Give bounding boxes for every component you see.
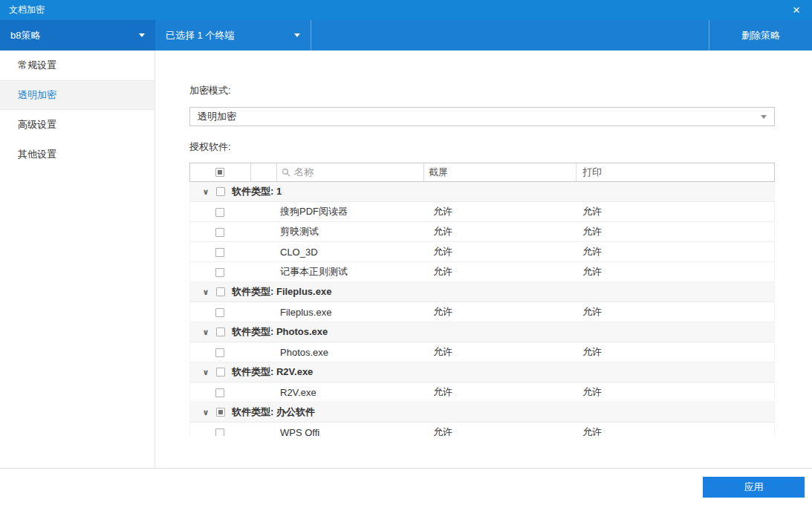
column-header-blank [251, 163, 277, 181]
screenshot-permission[interactable]: 允许 [424, 345, 576, 359]
software-name: Fileplus.exe [277, 307, 424, 318]
group-checkbox[interactable] [216, 287, 225, 296]
table-body: ∨软件类型: 1搜狗PDF阅读器允许允许剪映测试允许允许CLO_3D允许允许记事… [189, 182, 775, 436]
row-checkbox[interactable] [215, 208, 224, 217]
print-permission[interactable]: 允许 [576, 265, 774, 278]
sidebar-item-1[interactable]: 透明加密 [0, 80, 155, 110]
header-checkbox[interactable] [215, 168, 224, 177]
group-expander-icon[interactable]: ∨ [201, 187, 210, 197]
policy-selector[interactable]: b8策略 [0, 20, 155, 50]
row-checkbox-cell [190, 267, 251, 278]
print-permission[interactable]: 允许 [576, 345, 774, 359]
group-row[interactable]: ∨软件类型: 1 [190, 182, 774, 202]
software-name: 搜狗PDF阅读器 [277, 205, 424, 218]
row-checkbox[interactable] [215, 268, 224, 277]
group-row[interactable]: ∨软件类型: Photos.exe [190, 322, 774, 342]
screenshot-permission[interactable]: 允许 [424, 265, 576, 278]
column-header-print: 打印 [576, 163, 774, 181]
software-row: 记事本正则测试允许允许 [190, 262, 774, 282]
row-checkbox-cell [190, 206, 251, 218]
table-header: 名称 截屏 打印 [189, 163, 775, 182]
group-expander-icon[interactable]: ∨ [201, 368, 210, 377]
print-permission[interactable]: 允许 [576, 305, 774, 319]
toolbar-spacer [311, 20, 709, 50]
screenshot-permission[interactable]: 允许 [424, 426, 576, 436]
print-permission[interactable]: 允许 [576, 205, 774, 218]
screenshot-permission[interactable]: 允许 [424, 225, 576, 238]
authorized-software-label: 授权软件: [189, 140, 775, 154]
group-row[interactable]: ∨软件类型: R2V.exe [190, 362, 774, 382]
software-row: R2V.exe允许允许 [190, 382, 774, 403]
terminal-selector[interactable]: 已选择 1 个终端 [155, 20, 311, 50]
delete-policy-button[interactable]: 删除策略 [709, 20, 812, 50]
row-checkbox-cell [190, 427, 251, 437]
software-name: 剪映测试 [277, 225, 424, 238]
software-name: 记事本正则测试 [277, 265, 424, 278]
screenshot-permission[interactable]: 允许 [424, 305, 576, 319]
group-checkbox[interactable] [216, 328, 225, 336]
software-row: 剪映测试允许允许 [190, 222, 774, 242]
software-name: Photos.exe [277, 347, 424, 358]
group-checkbox[interactable] [216, 408, 225, 417]
group-expander-icon[interactable]: ∨ [201, 408, 210, 417]
group-checkbox[interactable] [216, 368, 225, 377]
group-row[interactable]: ∨软件类型: Fileplus.exe [190, 282, 774, 302]
sidebar-item-label: 其他设置 [18, 148, 56, 161]
terminal-selector-label: 已选择 1 个终端 [166, 29, 234, 42]
encryption-mode-value: 透明加密 [198, 110, 236, 123]
search-icon [282, 168, 290, 177]
software-row: Photos.exe允许允许 [190, 342, 774, 362]
row-checkbox[interactable] [215, 429, 224, 436]
encryption-mode-label: 加密模式: [189, 84, 775, 97]
sidebar-item-3[interactable]: 其他设置 [0, 140, 155, 169]
group-label: 软件类型: Fileplus.exe [232, 285, 331, 299]
sidebar: 常规设置透明加密高级设置其他设置 [0, 50, 155, 468]
print-permission[interactable]: 允许 [576, 245, 774, 258]
screenshot-permission[interactable]: 允许 [424, 245, 576, 258]
chevron-down-icon [294, 33, 300, 37]
sidebar-item-label: 高级设置 [18, 118, 56, 131]
row-checkbox-cell [190, 347, 251, 358]
software-table: 名称 截屏 打印 ∨软件类型: 1搜狗PDF阅读器允许允许剪映测试允许允许CLO… [189, 163, 775, 436]
group-label: 软件类型: R2V.exe [232, 365, 313, 379]
close-icon[interactable]: × [790, 4, 803, 16]
row-checkbox[interactable] [215, 308, 224, 317]
software-row: CLO_3D允许允许 [190, 242, 774, 262]
software-row: 搜狗PDF阅读器允许允许 [190, 202, 774, 222]
encryption-mode-select[interactable]: 透明加密 [189, 107, 775, 126]
row-checkbox-cell [190, 387, 251, 398]
group-row[interactable]: ∨软件类型: 办公软件 [190, 403, 774, 423]
group-expander-icon[interactable]: ∨ [201, 287, 210, 297]
row-checkbox-cell [190, 227, 251, 238]
row-checkbox[interactable] [215, 228, 224, 237]
screenshot-permission[interactable]: 允许 [424, 385, 576, 399]
apply-button[interactable]: 应用 [703, 477, 805, 498]
print-permission[interactable]: 允许 [576, 426, 774, 436]
row-checkbox[interactable] [215, 388, 224, 397]
group-expander-icon[interactable]: ∨ [201, 328, 210, 337]
group-label: 软件类型: 1 [232, 185, 282, 198]
software-name: R2V.exe [277, 387, 424, 398]
footer: 应用 [0, 468, 812, 505]
row-checkbox-cell [190, 307, 251, 318]
delete-policy-label: 删除策略 [741, 29, 780, 42]
chevron-down-icon [139, 33, 145, 37]
group-checkbox[interactable] [216, 187, 225, 196]
sidebar-item-label: 常规设置 [18, 59, 56, 72]
group-label: 软件类型: Photos.exe [232, 325, 328, 339]
sidebar-item-0[interactable]: 常规设置 [0, 50, 155, 80]
titlebar: 文档加密 × [0, 0, 812, 20]
print-permission[interactable]: 允许 [576, 225, 774, 238]
row-checkbox[interactable] [215, 248, 224, 257]
print-permission[interactable]: 允许 [576, 385, 774, 399]
main-content: 加密模式: 透明加密 授权软件: 名称 截屏 打印 [155, 50, 812, 468]
row-checkbox[interactable] [215, 348, 224, 357]
window-title: 文档加密 [9, 4, 45, 16]
column-header-name-label: 名称 [294, 166, 314, 179]
sidebar-item-label: 透明加密 [18, 88, 56, 102]
screenshot-permission[interactable]: 允许 [424, 205, 576, 218]
chevron-down-icon [761, 115, 767, 119]
software-row: WPS Offi允许允许 [190, 423, 774, 436]
column-header-name[interactable]: 名称 [277, 163, 424, 181]
sidebar-item-2[interactable]: 高级设置 [0, 110, 155, 140]
